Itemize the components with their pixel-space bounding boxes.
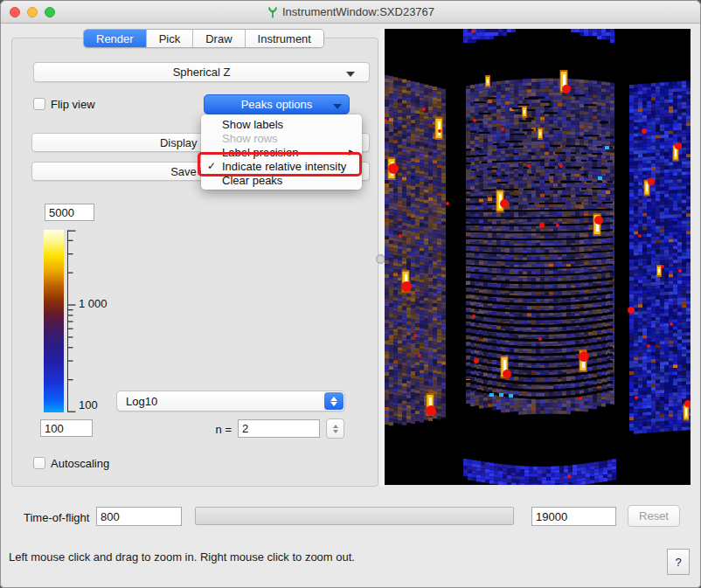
menu-item-label: Show labels bbox=[222, 118, 283, 131]
projection-select[interactable]: Spherical Z bbox=[33, 62, 370, 82]
colorbar bbox=[44, 230, 64, 412]
title-bar: InstrumentWindow:SXD23767 bbox=[1, 1, 700, 24]
submenu-arrow-icon: ▶ bbox=[349, 148, 355, 156]
colorbar-ticks bbox=[66, 230, 79, 412]
chevron-down-icon bbox=[346, 72, 355, 77]
n-label: n = bbox=[211, 423, 232, 436]
peaks-options-button[interactable]: Peaks options bbox=[204, 94, 350, 114]
menu-item-indicate-relative-intensity[interactable]: ✓Indicate relative intensity bbox=[201, 159, 362, 173]
close-button[interactable] bbox=[10, 7, 20, 17]
menu-item-label-precision[interactable]: Label precision▶ bbox=[201, 145, 362, 159]
minimize-button[interactable] bbox=[27, 7, 38, 17]
colorbar-major-label: 1 000 bbox=[79, 297, 108, 310]
scale-max-input[interactable] bbox=[45, 204, 94, 221]
menu-item-clear-peaks[interactable]: Clear peaks bbox=[201, 173, 362, 187]
scale-type-select[interactable]: Log10 bbox=[116, 391, 345, 412]
instrument-render[interactable] bbox=[385, 29, 691, 485]
menu-item-label: Clear peaks bbox=[222, 174, 282, 187]
tof-min-input[interactable] bbox=[96, 507, 182, 526]
select-arrows-icon bbox=[324, 392, 344, 410]
autoscaling-label: Autoscaling bbox=[51, 457, 109, 470]
tab-bar: RenderPickDrawInstrument bbox=[83, 29, 324, 48]
help-button[interactable]: ? bbox=[667, 549, 690, 575]
peaks-options-label: Peaks options bbox=[241, 98, 313, 111]
tab-render[interactable]: Render bbox=[84, 30, 147, 47]
status-hint: Left mouse click and drag to zoom in. Ri… bbox=[9, 550, 355, 564]
mantid-icon bbox=[267, 6, 279, 18]
reset-label: Reset bbox=[639, 509, 669, 522]
n-spinner[interactable] bbox=[326, 419, 344, 439]
menu-item-show-labels[interactable]: Show labels bbox=[201, 117, 362, 131]
window-title: InstrumentWindow:SXD23767 bbox=[282, 5, 434, 18]
reset-button[interactable]: Reset bbox=[628, 505, 680, 527]
colorbar-min-label: 100 bbox=[79, 398, 98, 412]
checkmark-icon: ✓ bbox=[201, 160, 222, 172]
flip-view-checkbox[interactable] bbox=[33, 98, 45, 110]
zoom-button[interactable] bbox=[45, 7, 55, 17]
tof-max-input[interactable] bbox=[531, 507, 616, 526]
n-input[interactable] bbox=[238, 419, 320, 438]
scale-min-input[interactable] bbox=[40, 419, 93, 437]
instrument-window: InstrumentWindow:SXD23767 RenderPickDraw… bbox=[0, 0, 701, 588]
scale-type-value: Log10 bbox=[126, 395, 157, 408]
menu-item-label: Show rows bbox=[222, 132, 278, 145]
peaks-menu: Show labelsShow rowsLabel precision▶✓Ind… bbox=[201, 114, 362, 190]
tof-label: Time-of-flight bbox=[24, 511, 89, 524]
tab-pick[interactable]: Pick bbox=[147, 30, 194, 47]
window-controls bbox=[10, 7, 55, 17]
menu-item-show-rows: Show rows bbox=[201, 131, 362, 145]
help-label: ? bbox=[675, 556, 681, 569]
tab-instrument[interactable]: Instrument bbox=[246, 30, 323, 47]
flip-view-label: Flip view bbox=[51, 98, 95, 111]
menu-item-label: Label precision bbox=[222, 146, 298, 159]
tab-draw[interactable]: Draw bbox=[193, 30, 245, 47]
autoscaling-checkbox[interactable] bbox=[33, 457, 45, 469]
projection-select-value: Spherical Z bbox=[173, 66, 231, 79]
menu-item-label: Indicate relative intensity bbox=[222, 160, 346, 173]
chevron-down-icon bbox=[333, 104, 342, 109]
tof-slider[interactable] bbox=[195, 507, 514, 525]
